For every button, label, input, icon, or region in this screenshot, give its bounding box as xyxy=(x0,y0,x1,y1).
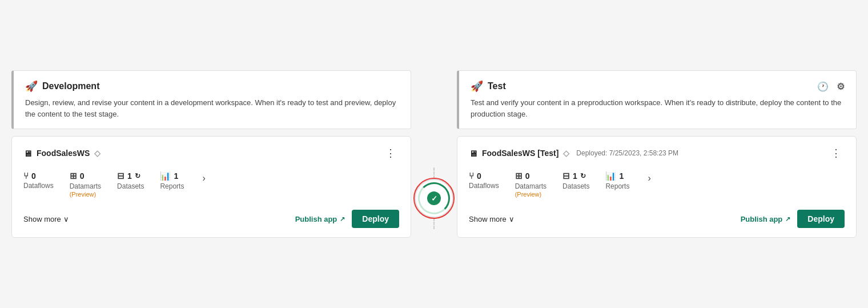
test-show-more-label: Show more xyxy=(469,215,507,223)
development-datamarts: ⊞ 0 Datamarts (Preview) xyxy=(70,171,101,198)
dataflows-icon: ⑂ xyxy=(23,171,29,181)
datasets-refresh-icon: ↻ xyxy=(135,172,140,180)
dataflows-label: Dataflows xyxy=(23,182,54,190)
test-datamarts-label-group: Datamarts (Preview) xyxy=(515,182,546,198)
datamarts-value: 0 xyxy=(80,171,85,181)
development-stats-nav: › xyxy=(200,171,207,186)
pipeline-container: 🚀 Development Design, review, and revise… xyxy=(11,70,857,238)
test-deploy-btn[interactable]: Deploy xyxy=(797,210,845,228)
show-more-chevron: ∨ xyxy=(63,215,69,223)
development-card-footer: Show more ∨ Publish app ↗ Deploy xyxy=(23,210,399,228)
test-datamarts-icon: ⊞ xyxy=(515,171,523,181)
stats-next-btn[interactable]: › xyxy=(200,171,207,186)
test-datasets-refresh-icon: ↻ xyxy=(580,172,586,180)
deploy-status-indicator: ✓ xyxy=(415,179,453,218)
deploy-check-icon: ✓ xyxy=(427,191,441,205)
test-datasets-label: Datasets xyxy=(562,182,589,190)
test-title-text: Test xyxy=(488,81,506,91)
test-settings-icon[interactable]: ⚙ xyxy=(837,81,845,92)
test-reports-label: Reports xyxy=(605,182,629,190)
development-datasets: ⊟ 1 ↻ Datasets xyxy=(117,171,144,190)
test-stage: 🚀 Test 🕐 ⚙ Test and verify your content … xyxy=(457,70,857,238)
test-desc: Test and verify your content in a prepro… xyxy=(471,97,845,119)
reports-label: Reports xyxy=(160,182,184,190)
test-header: 🚀 Test 🕐 ⚙ Test and verify your content … xyxy=(457,70,857,129)
development-desc: Design, review, and revise your content … xyxy=(25,97,399,119)
test-datamarts: ⊞ 0 Datamarts (Preview) xyxy=(515,171,546,198)
development-workspace-name: FoodSalesWS xyxy=(37,149,90,158)
development-stage: 🚀 Development Design, review, and revise… xyxy=(11,70,411,238)
test-history-icon[interactable]: 🕐 xyxy=(817,81,829,92)
datasets-icon: ⊟ xyxy=(117,171,124,181)
development-footer-actions: Publish app ↗ Deploy xyxy=(295,210,399,228)
development-show-more[interactable]: Show more ∨ xyxy=(23,215,69,223)
test-publish-btn[interactable]: Publish app ↗ xyxy=(741,215,791,223)
test-icon: 🚀 xyxy=(471,80,483,93)
development-more-options[interactable]: ⋮ xyxy=(382,147,399,159)
datamarts-label: Datamarts xyxy=(70,182,101,190)
test-show-more-chevron: ∨ xyxy=(509,215,515,223)
connector-line-top xyxy=(433,167,435,179)
test-dataflows-value: 0 xyxy=(477,171,481,181)
datamarts-icon: ⊞ xyxy=(70,171,77,181)
development-reports: 📊 1 Reports xyxy=(160,171,184,190)
test-show-more[interactable]: Show more ∨ xyxy=(469,215,515,223)
test-publish-external-icon: ↗ xyxy=(785,215,790,223)
test-datamarts-label: Datamarts xyxy=(515,182,546,190)
development-gem-icon: ◇ xyxy=(94,149,101,158)
test-gem-icon: ◇ xyxy=(563,149,569,158)
test-dataflows-label: Dataflows xyxy=(469,182,499,190)
test-reports-value: 1 xyxy=(619,171,624,181)
test-stats-row: ⑂ 0 Dataflows ⊞ 0 Datamarts (Preview) xyxy=(469,171,845,198)
test-deployed-info: Deployed: 7/25/2023, 2:58:23 PM xyxy=(576,149,678,157)
development-publish-btn[interactable]: Publish app ↗ xyxy=(295,215,345,223)
development-workspace-card: 🖥 FoodSalesWS ◇ ⋮ ⑂ 0 Dataflows ⊞ xyxy=(11,136,411,238)
publish-external-icon: ↗ xyxy=(340,215,345,223)
test-card-header: 🖥 FoodSalesWS [Test] ◇ Deployed: 7/25/20… xyxy=(469,147,845,159)
test-workspace-title: 🖥 FoodSalesWS [Test] ◇ Deployed: 7/25/20… xyxy=(469,149,678,158)
test-publish-label: Publish app xyxy=(741,215,783,223)
test-card-footer: Show more ∨ Publish app ↗ Deploy xyxy=(469,210,845,228)
test-more-options[interactable]: ⋮ xyxy=(827,147,845,159)
reports-value: 1 xyxy=(174,171,178,181)
development-card-header: 🖥 FoodSalesWS ◇ ⋮ xyxy=(23,147,399,159)
development-title-text: Development xyxy=(42,81,99,91)
test-footer-actions: Publish app ↗ Deploy xyxy=(741,210,845,228)
test-datasets-value: 1 xyxy=(573,171,577,181)
datamarts-label-group: Datamarts (Preview) xyxy=(70,182,101,198)
development-title: 🚀 Development xyxy=(25,80,399,93)
test-datasets-icon: ⊟ xyxy=(562,171,570,181)
test-title: 🚀 Test 🕐 ⚙ xyxy=(471,80,845,93)
test-dataflows: ⑂ 0 Dataflows xyxy=(469,171,499,190)
test-workspace-card: 🖥 FoodSalesWS [Test] ◇ Deployed: 7/25/20… xyxy=(457,136,857,238)
show-more-label: Show more xyxy=(23,215,61,223)
test-datamarts-preview-badge: (Preview) xyxy=(515,191,541,198)
test-desc-text: Test and verify your content in a prepro… xyxy=(471,98,841,118)
datasets-value: 1 xyxy=(127,171,132,181)
publish-label: Publish app xyxy=(295,215,337,223)
development-desc-text: Design, review, and revise your content … xyxy=(25,98,396,118)
reports-icon: 📊 xyxy=(160,171,171,181)
datasets-label: Datasets xyxy=(117,182,144,190)
workspace-monitor-icon: 🖥 xyxy=(23,149,32,158)
test-workspace-name: FoodSalesWS [Test] xyxy=(482,149,558,158)
test-dataflows-icon: ⑂ xyxy=(469,171,474,181)
development-icon: 🚀 xyxy=(25,80,38,93)
development-deploy-btn[interactable]: Deploy xyxy=(352,210,399,228)
development-header: 🚀 Development Design, review, and revise… xyxy=(11,70,411,129)
test-datasets: ⊟ 1 ↻ Datasets xyxy=(562,171,589,190)
pipeline-connector: ✓ xyxy=(411,167,457,229)
test-stats-nav: › xyxy=(645,171,653,186)
test-workspace-monitor-icon: 🖥 xyxy=(469,149,477,158)
connector-line-bottom xyxy=(433,218,435,229)
development-dataflows: ⑂ 0 Dataflows xyxy=(23,171,54,190)
test-datamarts-value: 0 xyxy=(525,171,530,181)
test-reports: 📊 1 Reports xyxy=(605,171,629,190)
dataflows-value: 0 xyxy=(31,171,36,181)
datamarts-preview-badge: (Preview) xyxy=(70,191,96,198)
development-workspace-title: 🖥 FoodSalesWS ◇ xyxy=(23,149,101,158)
test-stats-next-btn[interactable]: › xyxy=(645,171,653,186)
test-reports-icon: 📊 xyxy=(605,171,616,181)
development-stats-row: ⑂ 0 Dataflows ⊞ 0 Datamarts (Preview) xyxy=(23,171,399,198)
